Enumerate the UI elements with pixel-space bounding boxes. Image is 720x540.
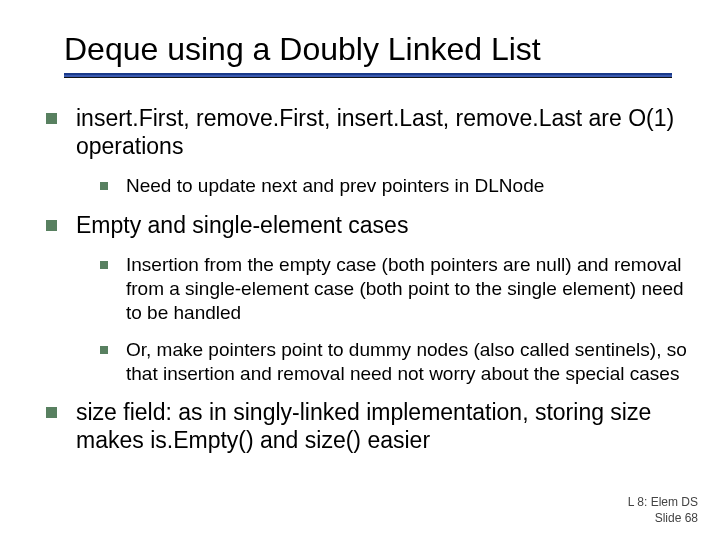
bullet-list: insert.First, remove.First, insert.Last,… bbox=[46, 104, 692, 454]
list-item-text: Empty and single-element cases bbox=[76, 212, 408, 238]
slide-footer: L 8: Elem DS Slide 68 bbox=[628, 494, 698, 526]
list-item-text: size field: as in singly-linked implemen… bbox=[76, 399, 651, 453]
list-item: Need to update next and prev pointers in… bbox=[100, 174, 692, 198]
sub-list: Insertion from the empty case (both poin… bbox=[76, 253, 692, 387]
slide-body: insert.First, remove.First, insert.Last,… bbox=[46, 104, 692, 454]
list-item-text: Or, make pointers point to dummy nodes (… bbox=[126, 339, 687, 384]
footer-line-1: L 8: Elem DS bbox=[628, 494, 698, 510]
list-item: Insertion from the empty case (both poin… bbox=[100, 253, 692, 326]
list-item: Or, make pointers point to dummy nodes (… bbox=[100, 338, 692, 387]
list-item: insert.First, remove.First, insert.Last,… bbox=[46, 104, 692, 198]
slide: Deque using a Doubly Linked List insert.… bbox=[0, 0, 720, 540]
title-underline bbox=[64, 73, 672, 78]
title-text: Deque using a Doubly Linked List bbox=[64, 31, 541, 67]
list-item-text: insert.First, remove.First, insert.Last,… bbox=[76, 105, 674, 159]
list-item-text: Insertion from the empty case (both poin… bbox=[126, 254, 684, 324]
list-item: Empty and single-element cases Insertion… bbox=[46, 211, 692, 387]
slide-title: Deque using a Doubly Linked List bbox=[64, 32, 692, 78]
list-item-text: Need to update next and prev pointers in… bbox=[126, 175, 544, 196]
list-item: size field: as in singly-linked implemen… bbox=[46, 398, 692, 454]
sub-list: Need to update next and prev pointers in… bbox=[76, 174, 692, 198]
footer-line-2: Slide 68 bbox=[628, 510, 698, 526]
